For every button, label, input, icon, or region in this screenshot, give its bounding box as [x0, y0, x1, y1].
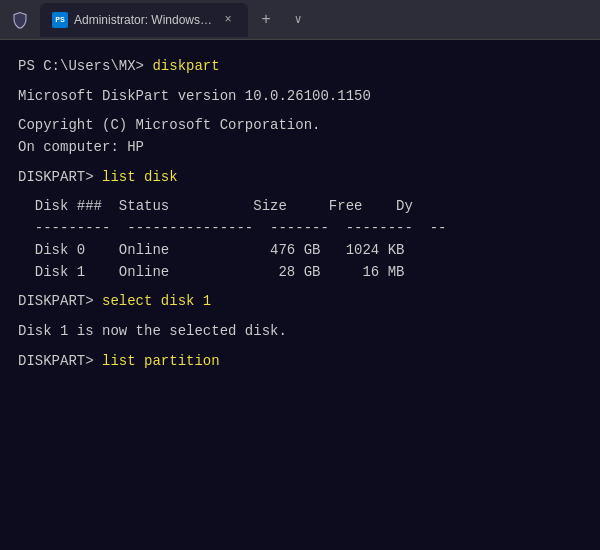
spacer-1	[18, 78, 582, 86]
prompt-3: DISKPART>	[18, 291, 102, 313]
terminal-line-13: DISKPART> list partition	[18, 351, 582, 373]
new-tab-button[interactable]: +	[252, 6, 280, 34]
disk-table-sep: --------- --------------- ------- ------…	[18, 218, 582, 240]
shield-icon	[8, 8, 32, 32]
prompt-2: DISKPART>	[18, 167, 102, 189]
terminal-line-9: DISKPART> select disk 1	[18, 291, 582, 313]
tab-dropdown-button[interactable]: ∨	[284, 6, 312, 34]
powershell-icon: PS	[52, 12, 68, 28]
disk-table-header: Disk ### Status Size Free Dy	[18, 196, 582, 218]
spacer-3	[18, 159, 582, 167]
disk-1-row: Disk 1 Online 28 GB 16 MB	[18, 262, 582, 284]
spacer-6	[18, 313, 582, 321]
terminal-output: PS C:\Users\MX> diskpart Microsoft DiskP…	[0, 40, 600, 550]
disk-0-row: Disk 0 Online 476 GB 1024 KB	[18, 240, 582, 262]
spacer-5	[18, 283, 582, 291]
spacer-4	[18, 188, 582, 196]
terminal-line-7: DISKPART> list disk	[18, 167, 582, 189]
spacer-2	[18, 107, 582, 115]
terminal-line-11: Disk 1 is now the selected disk.	[18, 321, 582, 343]
tab-title: Administrator: Windows Powe	[74, 13, 214, 27]
cmd-1: diskpart	[152, 56, 219, 78]
cmd-2: list disk	[102, 167, 178, 189]
active-tab[interactable]: PS Administrator: Windows Powe ×	[40, 3, 248, 37]
terminal-line-1: PS C:\Users\MX> diskpart	[18, 56, 582, 78]
terminal-line-5: On computer: HP	[18, 137, 582, 159]
terminal-line-4: Copyright (C) Microsoft Corporation.	[18, 115, 582, 137]
cmd-4: list partition	[102, 351, 220, 373]
prompt-4: DISKPART>	[18, 351, 102, 373]
tab-group: PS Administrator: Windows Powe × + ∨	[8, 3, 592, 37]
close-tab-button[interactable]: ×	[220, 12, 236, 28]
title-bar: PS Administrator: Windows Powe × + ∨	[0, 0, 600, 40]
prompt-1: PS C:\Users\MX>	[18, 56, 152, 78]
terminal-line-2: Microsoft DiskPart version 10.0.26100.11…	[18, 86, 582, 108]
spacer-7	[18, 343, 582, 351]
cmd-3: select disk 1	[102, 291, 211, 313]
